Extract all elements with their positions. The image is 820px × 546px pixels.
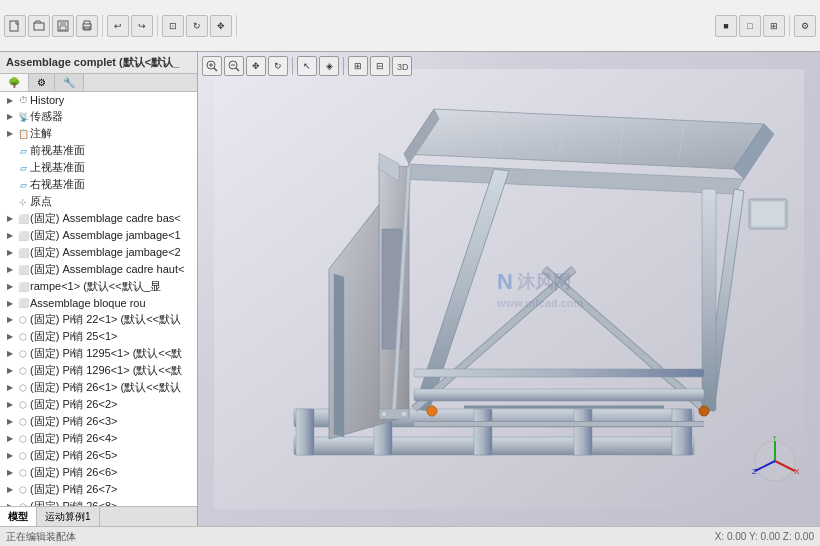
zoom-fit-button[interactable]: ⊡ xyxy=(162,15,184,37)
view-display-style-button[interactable]: ◈ xyxy=(319,56,339,76)
tree-item-sensors[interactable]: ▶ 📡 传感器 xyxy=(0,108,197,125)
tree-item-cadre-bas[interactable]: ▶ ⬜ (固定) Assemblage cadre bas< xyxy=(0,210,197,227)
tree-label: (固定) Pi销 26<5> xyxy=(30,448,117,463)
svg-text:3D: 3D xyxy=(397,62,408,72)
tree-item-annotations[interactable]: ▶ 📋 注解 xyxy=(0,125,197,142)
tab-model[interactable]: 模型 xyxy=(0,507,37,526)
svg-text:Z: Z xyxy=(752,467,757,476)
svg-rect-41 xyxy=(414,369,704,377)
tab-property-manager[interactable]: ⚙ xyxy=(29,74,55,91)
pin-icon: ⬡ xyxy=(16,364,30,378)
pan-button[interactable]: ✥ xyxy=(210,15,232,37)
pin-icon: ⬡ xyxy=(16,449,30,463)
expand-spacer xyxy=(4,179,16,191)
tree-label: (固定) Pi销 1296<1> (默认<<默 xyxy=(30,363,182,378)
tree-item-right-plane[interactable]: ▱ 右视基准面 xyxy=(0,176,197,193)
svg-line-8 xyxy=(214,68,217,71)
tree-item-bloque-rou[interactable]: ▶ ⬜ Assemblage bloque rou xyxy=(0,295,197,311)
feature-tree[interactable]: ▶ ⏱ History ▶ 📡 传感器 ▶ 📋 注解 ▱ 前视基准面 xyxy=(0,92,197,506)
settings-button[interactable]: ⚙ xyxy=(794,15,816,37)
view-zoom-fit-button[interactable] xyxy=(202,56,222,76)
tree-label-annotations: 注解 xyxy=(30,126,52,141)
view-3d-button[interactable]: 3D xyxy=(392,56,412,76)
pin-icon: ⬡ xyxy=(16,313,30,327)
view-section-button[interactable]: ⊟ xyxy=(370,56,390,76)
view-toolbar-section: ⊡ ↻ ✥ xyxy=(162,15,237,37)
tree-item-history[interactable]: ▶ ⏱ History xyxy=(0,92,197,108)
svg-rect-39 xyxy=(702,189,716,411)
view-rotate-button[interactable]: ↻ xyxy=(268,56,288,76)
tree-label: (固定) Pi销 26<2> xyxy=(30,397,117,412)
3d-viewport[interactable]: ✥ ↻ ↖ ◈ ⊞ ⊟ 3D xyxy=(198,52,820,526)
tree-item-rampe1[interactable]: ▶ ⬜ rampe<1> (默认<<默认_显 xyxy=(0,278,197,295)
file-toolbar-section xyxy=(4,15,103,37)
open-button[interactable] xyxy=(28,15,50,37)
svg-point-49 xyxy=(382,412,386,416)
svg-rect-0 xyxy=(10,21,18,31)
svg-rect-17 xyxy=(294,437,694,455)
tree-label: (固定) Pi销 26<6> xyxy=(30,465,117,480)
print-button[interactable] xyxy=(76,15,98,37)
view-zoom-area-button[interactable] xyxy=(224,56,244,76)
expand-icon: ▶ xyxy=(4,450,16,462)
tree-item-pin26-2[interactable]: ▶ ⬡ (固定) Pi销 26<2> xyxy=(0,396,197,413)
svg-point-50 xyxy=(402,412,406,416)
tree-item-pin26-8[interactable]: ▶ ⬡ (固定) Pi销 26<8> xyxy=(0,498,197,506)
wireframe-button[interactable]: □ xyxy=(739,15,761,37)
svg-text:X: X xyxy=(794,467,800,476)
3d-model-svg xyxy=(214,69,804,509)
tree-item-pin26-3[interactable]: ▶ ⬡ (固定) Pi销 26<3> xyxy=(0,413,197,430)
tree-item-jambage1[interactable]: ▶ ⬜ (固定) Assemblage jambage<1 xyxy=(0,227,197,244)
rotate-button[interactable]: ↻ xyxy=(186,15,208,37)
tree-label: (固定) Pi销 22<1> (默认<<默认 xyxy=(30,312,181,327)
tree-item-pin26-5[interactable]: ▶ ⬡ (固定) Pi销 26<5> xyxy=(0,447,197,464)
pin-icon: ⬡ xyxy=(16,466,30,480)
component-icon: ⬜ xyxy=(16,280,30,294)
view-orient-button[interactable]: ⊞ xyxy=(348,56,368,76)
tree-item-pin1295-1[interactable]: ▶ ⬡ (固定) Pi销 1295<1> (默认<<默 xyxy=(0,345,197,362)
tree-item-top-plane[interactable]: ▱ 上视基准面 xyxy=(0,159,197,176)
view-pan-button[interactable]: ✥ xyxy=(246,56,266,76)
expand-icon: ▶ xyxy=(4,94,16,106)
svg-marker-28 xyxy=(334,274,344,437)
expand-icon: ▶ xyxy=(4,399,16,411)
tree-item-pin26-4[interactable]: ▶ ⬡ (固定) Pi销 26<4> xyxy=(0,430,197,447)
section-button[interactable]: ⊞ xyxy=(763,15,785,37)
tree-label-top-plane: 上视基准面 xyxy=(30,160,85,175)
tree-item-pin22-1[interactable]: ▶ ⬡ (固定) Pi销 22<1> (默认<<默认 xyxy=(0,311,197,328)
tree-item-cadre-haut[interactable]: ▶ ⬜ (固定) Assemblage cadre haut< xyxy=(0,261,197,278)
redo-button[interactable]: ↪ xyxy=(131,15,153,37)
expand-icon: ▶ xyxy=(4,111,16,123)
view-select-button[interactable]: ↖ xyxy=(297,56,317,76)
tree-label: (固定) Assemblage jambage<2 xyxy=(30,245,181,260)
tree-label: rampe<1> (默认<<默认_显 xyxy=(30,279,161,294)
tree-item-pin26-1[interactable]: ▶ ⬡ (固定) Pi销 26<1> (默认<<默认 xyxy=(0,379,197,396)
edit-toolbar-section: ↩ ↪ xyxy=(107,15,158,37)
tree-label: (固定) Pi销 26<3> xyxy=(30,414,117,429)
new-button[interactable] xyxy=(4,15,26,37)
tab-feature-manager[interactable]: 🌳 xyxy=(0,74,29,91)
svg-rect-20 xyxy=(474,409,492,455)
tree-item-pin25-1[interactable]: ▶ ⬡ (固定) Pi销 25<1> xyxy=(0,328,197,345)
undo-button[interactable]: ↩ xyxy=(107,15,129,37)
tree-item-front-plane[interactable]: ▱ 前视基准面 xyxy=(0,142,197,159)
tree-item-pin26-7[interactable]: ▶ ⬡ (固定) Pi销 26<7> xyxy=(0,481,197,498)
tree-label-sensors: 传感器 xyxy=(30,109,63,124)
expand-icon: ▶ xyxy=(4,297,16,309)
expand-icon: ▶ xyxy=(4,348,16,360)
save-button[interactable] xyxy=(52,15,74,37)
main-area: Assemblage complet (默认<默认_ 🌳 ⚙ 🔧 ▶ ⏱ His… xyxy=(0,52,820,526)
svg-rect-4 xyxy=(60,26,66,30)
tab-motion[interactable]: 运动算例1 xyxy=(37,507,100,526)
shaded-button[interactable]: ■ xyxy=(715,15,737,37)
tree-label: (固定) Assemblage cadre haut< xyxy=(30,262,184,277)
tree-item-pin26-6[interactable]: ▶ ⬡ (固定) Pi销 26<6> xyxy=(0,464,197,481)
tab-motion-label: 运动算例1 xyxy=(45,510,91,524)
pin-icon: ⬡ xyxy=(16,347,30,361)
tab-config-manager[interactable]: 🔧 xyxy=(55,74,84,91)
tree-item-jambage2[interactable]: ▶ ⬜ (固定) Assemblage jambage<2 xyxy=(0,244,197,261)
tree-item-pin1296-1[interactable]: ▶ ⬡ (固定) Pi销 1296<1> (默认<<默 xyxy=(0,362,197,379)
tree-item-origin[interactable]: ⊹ 原点 xyxy=(0,193,197,210)
tree-label: (固定) Pi销 25<1> xyxy=(30,329,117,344)
panel-tabs: 🌳 ⚙ 🔧 xyxy=(0,74,197,92)
